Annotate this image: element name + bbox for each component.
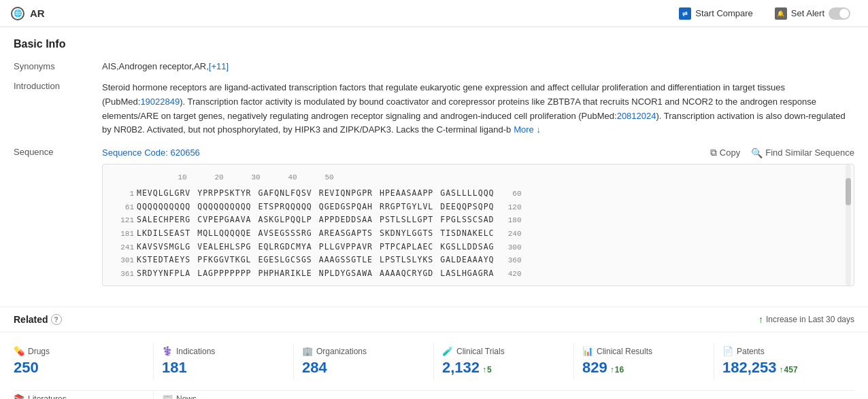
- seq-end-num: 180: [497, 214, 522, 227]
- stat-item[interactable]: 🏢 Organizations 284: [294, 343, 434, 379]
- seq-end-num: 60: [497, 188, 522, 201]
- stat-label: 🧪 Clinical Trials: [442, 346, 565, 356]
- stat-label: 📚 Literatures: [14, 394, 145, 399]
- introduction-label: Introduction: [14, 81, 102, 137]
- seq-chunk: DEEQQPSQPQ: [440, 201, 494, 214]
- seq-chunk: AVSEGSSSRG: [258, 227, 312, 241]
- set-alert-button[interactable]: 🔔 Set Alert: [768, 5, 857, 22]
- scrollbar-thumb[interactable]: [846, 178, 851, 205]
- sequence-row: Sequence Sequence Code: 620656 ⧉ Copy 🔍 …: [14, 147, 854, 286]
- seq-chars: SALECHPERG CVPEPGAAVA ASKGLPQQLP APPDEDD…: [137, 213, 495, 227]
- sequence-label: Sequence: [14, 147, 102, 286]
- stat-label: 📄 Patents: [722, 346, 846, 356]
- intro-more-link[interactable]: More ↓: [514, 124, 541, 135]
- seq-chunk: GALDEAAAYQ: [440, 254, 494, 267]
- seq-chunk: EGESLGCSGS: [258, 254, 312, 267]
- sequence-ruler: 10 20 30 40 50: [110, 171, 847, 184]
- seq-chunk: SKDNYLGGTS: [380, 227, 433, 241]
- sequence-value: Sequence Code: 620656 ⧉ Copy 🔍 Find Simi…: [102, 147, 854, 286]
- stat-label-text: Literatures: [28, 394, 67, 399]
- copy-button[interactable]: ⧉ Copy: [710, 147, 740, 158]
- up-arrow-icon: ↑: [610, 365, 614, 375]
- stat-label-text: Clinical Trials: [456, 347, 505, 356]
- synonyms-row: Synonyms AIS,Androgen receptor,AR,[+11]: [14, 61, 854, 71]
- stat-icon: 📄: [722, 346, 733, 356]
- stat-value: 829 ↑16: [582, 359, 705, 377]
- sequence-line: 121 SALECHPERG CVPEPGAAVA ASKGLPQQLP APP…: [110, 213, 847, 227]
- globe-icon: 🌐: [11, 7, 24, 20]
- pubmed-link-2[interactable]: 20812024: [617, 111, 656, 121]
- seq-end-num: 360: [497, 254, 522, 267]
- main-content: Basic Info Synonyms AIS,Androgen recepto…: [0, 27, 868, 307]
- seq-chars: KSTEDTAEYS PFKGGVTKGL EGESLGCSGS AAAGSSG…: [137, 254, 495, 267]
- stat-item[interactable]: 📄 Patents 182,253 ↑457: [714, 343, 854, 379]
- stat-item[interactable]: 📊 Clinical Results 829 ↑16: [574, 343, 714, 379]
- alert-toggle[interactable]: [829, 7, 850, 20]
- stat-value: 2,132 ↑5: [442, 359, 565, 377]
- stat-label: 💊 Drugs: [14, 346, 145, 356]
- introduction-row: Introduction Steroid hormone receptors a…: [14, 81, 854, 137]
- seq-chunk: PTPCAPLAEC: [380, 241, 433, 254]
- stats-grid-row2: 📚 Literatures 33,820 📰 News 441 ↑39: [0, 391, 868, 399]
- seq-chunk: QQQQQQQQQQ: [137, 201, 190, 214]
- sequence-code[interactable]: Sequence Code: 620656: [102, 148, 200, 158]
- up-arrow-icon: ↑: [780, 365, 784, 375]
- sequence-actions: ⧉ Copy 🔍 Find Similar Sequence: [710, 147, 854, 158]
- related-info-icon[interactable]: ?: [51, 314, 62, 325]
- seq-chars: SRDYYNFPLA LAGPPPPPPP PHPHARIKLE NPLDYGS…: [137, 267, 495, 281]
- sequence-line: 1 MEVQLGLGRV YPRPPSKTYR GAFQNLFQSV REVIQ…: [110, 187, 847, 201]
- find-similar-button[interactable]: 🔍 Find Similar Sequence: [751, 148, 854, 158]
- stat-item[interactable]: 🧪 Clinical Trials 2,132 ↑5: [434, 343, 574, 379]
- seq-chunk: AREASGAPTS: [319, 227, 373, 241]
- sequence-line: 61 QQQQQQQQQQ QQQQQQQQQQ ETSPRQQQQQ QGED…: [110, 201, 847, 214]
- seq-chunk: LAGPPPPPPP: [197, 267, 251, 281]
- seq-end-num: 120: [497, 201, 522, 214]
- seq-chunk: AAAGSSGTLE: [319, 254, 373, 267]
- seq-start-num: 61: [110, 201, 134, 214]
- stat-value: 250: [14, 359, 145, 377]
- stat-label-text: Patents: [737, 347, 765, 356]
- stat-item[interactable]: 📰 News 441 ↑39: [154, 391, 294, 399]
- seq-chunk: VEALEHLSPG: [197, 241, 251, 254]
- stat-number: 250: [14, 359, 39, 377]
- seq-chunk: KGSLLDDSAG: [440, 241, 494, 254]
- seq-chunk: LPSTLSLYKS: [380, 254, 433, 267]
- stat-icon: 📚: [14, 394, 24, 399]
- trend-up-arrow: ↑: [758, 314, 763, 325]
- stat-item[interactable]: 💊 Drugs 250: [14, 343, 154, 379]
- sequence-scrollbar[interactable]: [846, 164, 851, 285]
- seq-chunk: ETSPRQQQQQ: [258, 201, 312, 214]
- section-title: Basic Info: [14, 38, 854, 50]
- stat-item[interactable]: ⚕️ Indications 181: [154, 343, 294, 379]
- stat-value: 284: [302, 359, 425, 377]
- seq-chunk: YPRPPSKTYR: [197, 187, 251, 201]
- alert-icon: 🔔: [775, 7, 787, 20]
- stat-value: 182,253 ↑457: [722, 359, 846, 377]
- synonyms-more-link[interactable]: [+11]: [209, 61, 229, 71]
- find-icon: 🔍: [751, 148, 763, 158]
- seq-start-num: 361: [110, 268, 134, 281]
- seq-start-num: 181: [110, 228, 134, 241]
- seq-start-num: 121: [110, 214, 134, 227]
- seq-end-num: 300: [497, 241, 522, 254]
- stat-number: 2,132: [442, 359, 480, 377]
- stat-value: 181: [162, 359, 285, 377]
- pubmed-link-1[interactable]: 19022849: [140, 97, 180, 107]
- stat-icon: 📰: [162, 394, 173, 399]
- start-compare-button[interactable]: ⇌ Start Compare: [672, 5, 760, 22]
- seq-chunk: APPDEDDSAA: [319, 213, 373, 227]
- sequence-box[interactable]: 10 20 30 40 50 1 MEVQLGLGRV YPRPPSKTYR G…: [102, 164, 854, 286]
- stat-label-text: Indications: [176, 347, 215, 356]
- compare-icon: ⇌: [679, 7, 691, 20]
- toggle-knob: [839, 9, 849, 18]
- stat-item[interactable]: 📚 Literatures 33,820: [14, 391, 154, 399]
- stat-number: 829: [582, 359, 607, 377]
- stat-icon: ⚕️: [162, 346, 173, 356]
- seq-chunk: SALECHPERG: [137, 213, 190, 227]
- seq-chunk: KAVSVSMGLG: [137, 241, 190, 254]
- seq-start-num: 301: [110, 254, 134, 267]
- stat-badge: ↑16: [610, 365, 624, 375]
- stat-label: 🏢 Organizations: [302, 346, 425, 356]
- stat-label: ⚕️ Indications: [162, 346, 285, 356]
- introduction-value: Steroid hormone receptors are ligand-act…: [102, 81, 854, 137]
